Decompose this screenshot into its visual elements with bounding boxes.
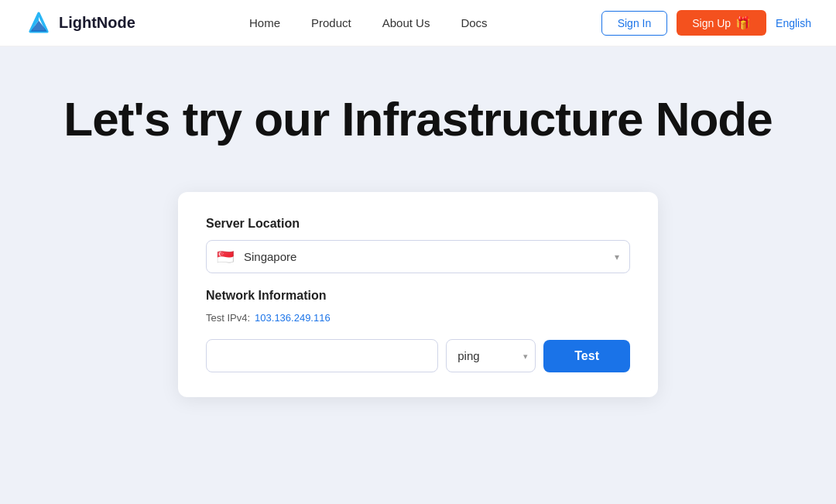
test-input[interactable] xyxy=(206,339,438,372)
sign-up-label: Sign Up xyxy=(692,17,731,29)
nav-link-about-us[interactable]: About Us xyxy=(382,16,430,29)
network-info-label: Network Information xyxy=(206,289,630,303)
logo[interactable]: LightNode xyxy=(25,9,135,37)
network-information-section: Network Information Test IPv4: 103.136.2… xyxy=(206,289,630,324)
infrastructure-test-card: Server Location 🇸🇬 Singapore ▾ Network I… xyxy=(178,192,658,397)
navbar: LightNode Home Product About Us Docs Sig… xyxy=(0,0,836,46)
test-method-wrapper: ping traceroute ▾ xyxy=(446,339,536,372)
hero-section: Let's try our Infrastructure Node Server… xyxy=(0,46,836,504)
test-method-select[interactable]: ping traceroute xyxy=(446,339,536,372)
language-selector[interactable]: English xyxy=(776,17,811,29)
hero-title: Let's try our Infrastructure Node xyxy=(63,93,772,146)
test-button[interactable]: Test xyxy=(543,340,630,372)
gift-icon: 🎁 xyxy=(735,15,751,30)
logo-text: LightNode xyxy=(59,14,135,32)
test-ipv4-link[interactable]: 103.136.249.116 xyxy=(255,312,331,324)
navbar-actions: Sign In Sign Up 🎁 English xyxy=(601,10,811,36)
nav-link-product[interactable]: Product xyxy=(311,16,351,29)
nav-link-docs[interactable]: Docs xyxy=(461,16,487,29)
logo-icon xyxy=(25,9,53,37)
nav-links: Home Product About Us Docs xyxy=(249,16,488,29)
test-row: ping traceroute ▾ Test xyxy=(206,339,630,372)
nav-link-home[interactable]: Home xyxy=(249,16,280,29)
server-location-dropdown-wrapper: 🇸🇬 Singapore ▾ xyxy=(206,240,630,273)
test-ipv4-label: Test IPv4: xyxy=(206,312,250,324)
test-ipv4-row: Test IPv4: 103.136.249.116 xyxy=(206,312,630,324)
server-location-label: Server Location xyxy=(206,217,630,231)
server-location-select[interactable]: Singapore xyxy=(206,240,630,273)
sign-in-button[interactable]: Sign In xyxy=(601,11,668,36)
sign-up-button[interactable]: Sign Up 🎁 xyxy=(677,10,766,36)
